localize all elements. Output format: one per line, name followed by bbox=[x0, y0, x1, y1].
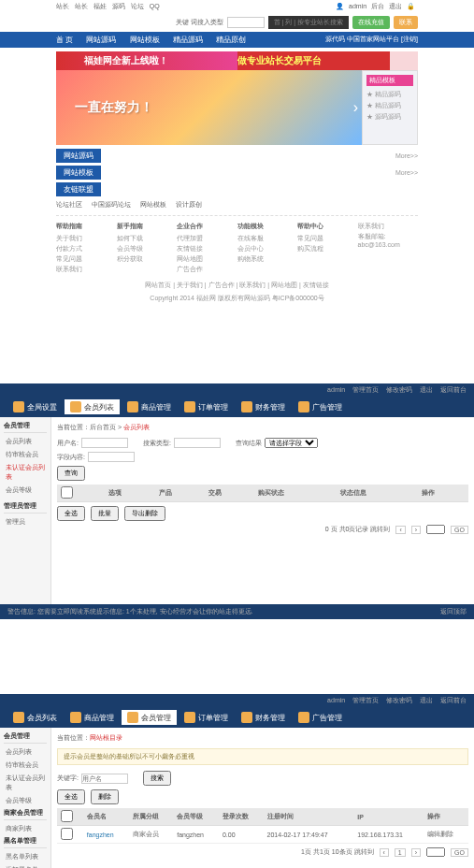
sidebar-item[interactable]: ★ 精品源码 bbox=[366, 90, 413, 99]
keyword-input[interactable] bbox=[81, 774, 128, 784]
row-actions[interactable]: 编辑删除 bbox=[424, 826, 468, 844]
nav-item[interactable]: 网站源码 bbox=[86, 36, 116, 44]
pager-page[interactable]: 1 bbox=[395, 848, 406, 857]
header-link[interactable]: 返回前台 bbox=[440, 697, 467, 703]
footer-col-link[interactable]: 购买流程 bbox=[297, 244, 358, 253]
export-button[interactable]: 导出删除 bbox=[124, 506, 165, 521]
admin-link[interactable]: 后台 bbox=[371, 3, 384, 9]
pager-next[interactable]: › bbox=[411, 526, 421, 534]
footer-col-link[interactable]: 联系我们 bbox=[56, 265, 117, 274]
sidebar-item[interactable]: 管理员 bbox=[4, 516, 47, 528]
sidebar-item[interactable]: ★ 源码源码 bbox=[366, 112, 413, 122]
admin-tab[interactable]: 会员列表 bbox=[65, 399, 120, 414]
sidebar-item[interactable]: 未认证会员列表 bbox=[4, 773, 47, 793]
pager-input[interactable] bbox=[426, 525, 445, 534]
lock-icon[interactable]: 🔒 bbox=[407, 3, 415, 9]
pager-next[interactable]: › bbox=[411, 848, 421, 857]
search-button[interactable]: 搜索 bbox=[143, 771, 171, 786]
sidebar-item[interactable]: 未认证会员列表 bbox=[4, 462, 47, 483]
selectall-button[interactable]: 全选 bbox=[57, 506, 85, 521]
small-link[interactable]: 论坛社区 bbox=[56, 201, 82, 208]
recharge-button[interactable]: 在线充值 bbox=[352, 16, 390, 29]
sidebar-item[interactable]: 黑名单列表 bbox=[4, 851, 47, 862]
header-link[interactable]: 修改密码 bbox=[386, 697, 412, 703]
footer-col-link[interactable]: 付款方式 bbox=[56, 244, 117, 253]
header-link[interactable]: 管理首页 bbox=[352, 697, 379, 703]
footer-col-link[interactable]: 会员等级 bbox=[117, 244, 178, 253]
logout-link[interactable]: 退出 bbox=[389, 3, 402, 9]
searchtype-input[interactable] bbox=[174, 438, 221, 448]
small-link[interactable]: 设计原创 bbox=[176, 201, 202, 208]
admin-tab[interactable]: 订单管理 bbox=[179, 399, 234, 414]
header-link[interactable]: 修改密码 bbox=[386, 386, 412, 393]
admin-tab[interactable]: 广告管理 bbox=[293, 710, 348, 725]
pager-go[interactable]: GO bbox=[451, 526, 468, 534]
admin-tab[interactable]: 全局设置 bbox=[7, 399, 63, 414]
sidebar-item[interactable]: 待审核会员 bbox=[4, 760, 47, 771]
back-to-top[interactable]: 返回顶部 bbox=[440, 607, 467, 616]
selectall-checkbox[interactable] bbox=[61, 810, 73, 822]
footer-col-link[interactable]: 代理加盟 bbox=[177, 234, 237, 243]
header-link[interactable]: 退出 bbox=[420, 697, 433, 703]
header-link[interactable]: 返回前台 bbox=[440, 386, 467, 393]
footer-col-link[interactable]: 积分获取 bbox=[117, 254, 178, 264]
sidebar-item[interactable]: 待审核会员 bbox=[4, 449, 47, 460]
nav-home[interactable]: 首 页 bbox=[56, 36, 73, 44]
member-link[interactable]: fangzhen bbox=[83, 826, 129, 844]
more-link[interactable]: More>> bbox=[395, 169, 418, 176]
dark-selector[interactable]: 首 | 列 | 按专业站长搜索 bbox=[268, 16, 349, 29]
footer-col-link[interactable]: 广告合作 bbox=[177, 265, 237, 274]
footer-col-link[interactable]: 关于我们 bbox=[56, 234, 117, 243]
sidebar-item[interactable]: 会员等级 bbox=[4, 795, 47, 806]
contact-button[interactable]: 联系 bbox=[394, 16, 418, 29]
nav-item[interactable]: 网站模板 bbox=[130, 36, 160, 44]
search-button[interactable]: 查询 bbox=[57, 466, 85, 481]
footer-col-link[interactable]: 联系我们 bbox=[358, 222, 419, 231]
sidebar-item[interactable]: 添加黑名单 bbox=[4, 864, 47, 868]
pager-prev[interactable]: ‹ bbox=[395, 526, 405, 534]
footer-col-link[interactable]: 如何下载 bbox=[117, 234, 178, 243]
row-checkbox[interactable] bbox=[61, 828, 73, 840]
nav-item[interactable]: 精品原创 bbox=[216, 36, 246, 44]
header-link[interactable]: 管理首页 bbox=[352, 386, 379, 393]
admin-tab[interactable]: 财务管理 bbox=[236, 399, 291, 414]
selectall-button[interactable]: 全选 bbox=[57, 789, 85, 804]
pager-go[interactable]: GO bbox=[451, 848, 468, 857]
admin-tab[interactable]: 商品管理 bbox=[122, 399, 177, 414]
selectall-checkbox[interactable] bbox=[61, 486, 73, 499]
sidebar-item[interactable]: 商家列表 bbox=[4, 823, 47, 834]
sidebar-item[interactable]: 会员等级 bbox=[4, 485, 47, 496]
footer-links[interactable]: 网站首页 | 关于我们 | 广告合作 | 联系我们 | 网站地图 | 友情链接 bbox=[0, 281, 474, 290]
field-input[interactable] bbox=[88, 452, 135, 462]
pager-prev[interactable]: ‹ bbox=[380, 848, 389, 857]
search-input[interactable] bbox=[227, 17, 265, 28]
field-select[interactable]: 请选择字段 bbox=[265, 438, 318, 448]
small-link[interactable]: 中国源码论坛 bbox=[92, 201, 131, 208]
nav-item[interactable]: 精品源码 bbox=[173, 36, 203, 44]
small-link[interactable]: 网站模板 bbox=[140, 201, 166, 208]
admin-tab[interactable]: 商品管理 bbox=[65, 710, 120, 725]
carousel-next-icon[interactable]: › bbox=[353, 99, 358, 116]
footer-col-link[interactable]: 购物系统 bbox=[237, 254, 298, 264]
more-link[interactable]: More>> bbox=[395, 152, 418, 159]
footer-col-link[interactable]: 客服邮箱: abc@163.com bbox=[358, 232, 419, 248]
sidebar-item[interactable]: 会员列表 bbox=[4, 436, 47, 447]
username-input[interactable] bbox=[81, 438, 128, 448]
admin-tab[interactable]: 会员管理 bbox=[122, 710, 177, 725]
sidebar-item[interactable]: 会员列表 bbox=[4, 746, 47, 758]
admin-tab[interactable]: 财务管理 bbox=[236, 710, 291, 725]
admin-tab[interactable]: 广告管理 bbox=[293, 399, 348, 414]
sidebar-item[interactable]: ★ 精品源码 bbox=[366, 101, 413, 110]
footer-col-link[interactable]: 在线客服 bbox=[237, 234, 298, 243]
batch-button[interactable]: 批量 bbox=[91, 506, 119, 521]
footer-col-link[interactable]: 友情链接 bbox=[177, 244, 237, 253]
footer-col-link[interactable]: 会员中心 bbox=[237, 244, 298, 253]
admin-tab[interactable]: 会员列表 bbox=[7, 710, 63, 725]
footer-col-link[interactable]: 网站地图 bbox=[177, 254, 237, 264]
footer-col-link[interactable]: 常见问题 bbox=[297, 234, 358, 243]
footer-col-link[interactable]: 常见问题 bbox=[56, 254, 117, 264]
admin-tab[interactable]: 订单管理 bbox=[179, 710, 234, 725]
delete-button[interactable]: 删除 bbox=[91, 789, 119, 804]
header-link[interactable]: 退出 bbox=[420, 386, 433, 393]
hero-banner[interactable]: 一直在努力！ › bbox=[56, 70, 362, 145]
